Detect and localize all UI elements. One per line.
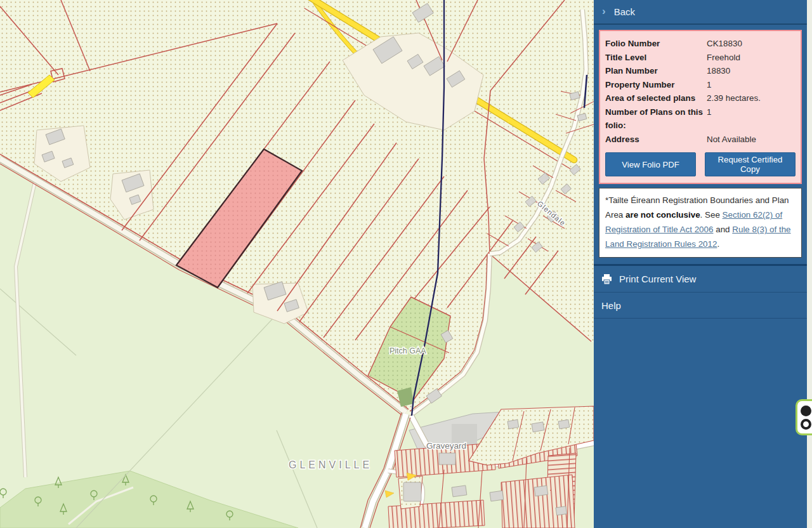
back-label: Back (614, 6, 635, 17)
floating-widget[interactable] (796, 399, 812, 435)
folio-row: Property Number 1 (605, 78, 796, 92)
field-label: Plan Number (605, 64, 704, 78)
folio-row: Area of selected plans 2.39 hectares. (605, 91, 796, 105)
disclaimer-bold: are not conclusive (625, 210, 700, 220)
field-value: CK18830 (707, 37, 796, 51)
map-canvas[interactable]: GLENVILLE Graveyard Pitch GAA Glendale (0, 0, 594, 528)
help-label: Help (601, 300, 621, 311)
town-label: GLENVILLE (289, 459, 372, 470)
pitch-label: Pitch GAA (390, 346, 426, 355)
field-label: Property Number (605, 78, 704, 92)
view-folio-pdf-button[interactable]: View Folio PDF (605, 152, 696, 176)
field-value: 1 (707, 78, 796, 92)
field-value: 18830 (707, 64, 796, 78)
field-value: 1 (707, 105, 796, 133)
folio-actions: View Folio PDF Request Certified Copy (605, 152, 796, 176)
field-value: Freehold (707, 51, 796, 65)
folio-row: Number of Plans on this folio: 1 (605, 105, 796, 133)
print-label: Print Current View (619, 274, 696, 284)
graveyard-label: Graveyard (426, 441, 466, 451)
map-viewport[interactable]: GLENVILLE Graveyard Pitch GAA Glendale (0, 0, 594, 528)
details-sidebar: › Back Folio Number CK18830 Title Level … (594, 0, 807, 528)
back-button[interactable]: › Back (594, 0, 807, 25)
field-label: Number of Plans on this folio: (605, 105, 704, 133)
field-value: 2.39 hectares. (707, 91, 796, 105)
folio-row: Plan Number 18830 (605, 64, 796, 78)
printer-icon (601, 274, 612, 284)
chevron-right-icon: › (602, 6, 606, 16)
land-registry-map-app: GLENVILLE Graveyard Pitch GAA Glendale ›… (0, 0, 812, 528)
request-certified-copy-button[interactable]: Request Certified Copy (705, 152, 796, 176)
boundaries-disclaimer: *Tailte Éireann Registration Boundaries … (599, 188, 802, 258)
disclaimer-text: . (717, 239, 719, 249)
folio-details-panel: Folio Number CK18830 Title Level Freehol… (599, 30, 802, 184)
help-button[interactable]: Help (594, 293, 807, 319)
disclaimer-text: . See (700, 210, 723, 220)
widget-coin-icon[interactable] (801, 406, 811, 416)
print-current-view-button[interactable]: Print Current View (594, 264, 807, 293)
folio-row: Folio Number CK18830 (605, 37, 796, 51)
field-value: Not Available (707, 133, 796, 147)
page-edge-strip (807, 0, 812, 528)
folio-row: Title Level Freehold (605, 51, 796, 65)
field-label: Folio Number (605, 37, 704, 51)
widget-ring-icon[interactable] (801, 419, 811, 430)
field-label: Area of selected plans (605, 91, 704, 105)
field-label: Title Level (605, 51, 704, 65)
disclaimer-text: and (713, 225, 732, 234)
folio-row: Address Not Available (605, 133, 796, 147)
field-label: Address (605, 133, 704, 147)
